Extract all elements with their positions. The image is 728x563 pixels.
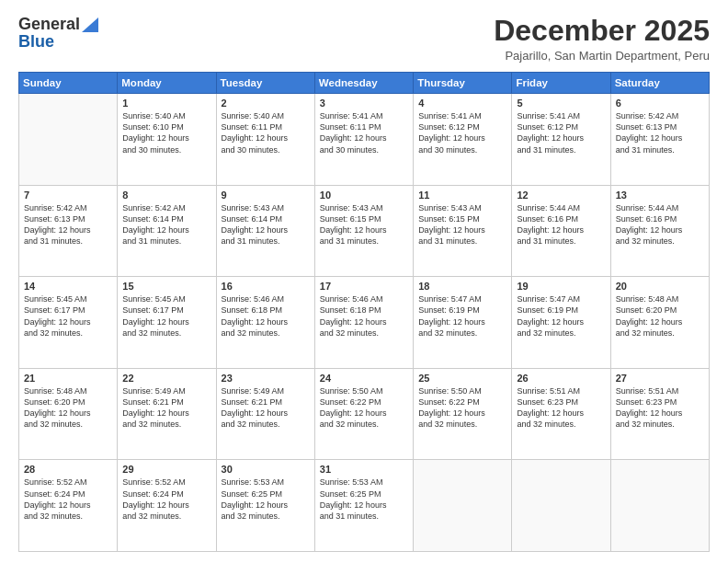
weekday-header-monday: Monday [118, 73, 216, 94]
calendar-cell: 26Sunrise: 5:51 AMSunset: 6:23 PMDayligh… [512, 368, 610, 460]
day-info: Sunrise: 5:43 AMSunset: 6:15 PMDaylight:… [418, 202, 506, 247]
calendar-cell: 4Sunrise: 5:41 AMSunset: 6:12 PMDaylight… [414, 94, 512, 186]
day-info: Sunrise: 5:42 AMSunset: 6:14 PMDaylight:… [122, 202, 210, 247]
logo-blue-text: Blue [18, 32, 98, 52]
calendar-cell [512, 460, 610, 552]
day-info: Sunrise: 5:40 AMSunset: 6:11 PMDaylight:… [222, 110, 310, 155]
calendar-page: General Blue December 2025 Pajarillo, Sa… [0, 0, 728, 563]
calendar-cell: 31Sunrise: 5:53 AMSunset: 6:25 PMDayligh… [314, 460, 413, 552]
calendar-cell: 5Sunrise: 5:41 AMSunset: 6:12 PMDaylight… [512, 94, 610, 186]
calendar-cell: 30Sunrise: 5:53 AMSunset: 6:25 PMDayligh… [216, 460, 314, 552]
calendar-cell: 11Sunrise: 5:43 AMSunset: 6:15 PMDayligh… [414, 185, 512, 277]
calendar-cell: 19Sunrise: 5:47 AMSunset: 6:19 PMDayligh… [512, 277, 610, 369]
weekday-header-wednesday: Wednesday [314, 73, 413, 94]
day-number: 6 [616, 98, 704, 109]
day-info: Sunrise: 5:53 AMSunset: 6:25 PMDaylight:… [222, 477, 310, 522]
day-info: Sunrise: 5:50 AMSunset: 6:22 PMDaylight:… [418, 385, 506, 431]
logo-general-text: General [18, 15, 80, 34]
day-number: 13 [616, 190, 704, 201]
calendar-cell: 27Sunrise: 5:51 AMSunset: 6:23 PMDayligh… [610, 368, 709, 460]
day-info: Sunrise: 5:52 AMSunset: 6:24 PMDaylight:… [24, 477, 112, 522]
day-number: 12 [517, 190, 605, 201]
calendar-cell: 18Sunrise: 5:47 AMSunset: 6:19 PMDayligh… [414, 277, 512, 369]
day-number: 4 [418, 98, 506, 109]
calendar-cell [610, 460, 709, 552]
calendar-cell: 28Sunrise: 5:52 AMSunset: 6:24 PMDayligh… [19, 460, 118, 552]
day-number: 30 [222, 464, 310, 475]
day-number: 2 [222, 98, 310, 109]
day-info: Sunrise: 5:52 AMSunset: 6:24 PMDaylight:… [122, 477, 210, 522]
day-info: Sunrise: 5:41 AMSunset: 6:12 PMDaylight:… [517, 110, 605, 155]
day-info: Sunrise: 5:42 AMSunset: 6:13 PMDaylight:… [24, 202, 112, 247]
day-info: Sunrise: 5:44 AMSunset: 6:16 PMDaylight:… [616, 202, 704, 247]
day-info: Sunrise: 5:43 AMSunset: 6:15 PMDaylight:… [320, 202, 408, 247]
day-number: 24 [320, 373, 408, 384]
day-number: 7 [24, 190, 112, 201]
day-number: 26 [517, 373, 605, 384]
day-info: Sunrise: 5:49 AMSunset: 6:21 PMDaylight:… [222, 385, 310, 431]
calendar-cell: 24Sunrise: 5:50 AMSunset: 6:22 PMDayligh… [314, 368, 413, 460]
calendar-cell: 14Sunrise: 5:45 AMSunset: 6:17 PMDayligh… [19, 277, 118, 369]
day-info: Sunrise: 5:49 AMSunset: 6:21 PMDaylight:… [122, 385, 210, 431]
calendar-cell: 3Sunrise: 5:41 AMSunset: 6:11 PMDaylight… [314, 94, 413, 186]
day-number: 10 [320, 190, 408, 201]
day-info: Sunrise: 5:47 AMSunset: 6:19 PMDaylight:… [418, 293, 506, 339]
day-info: Sunrise: 5:51 AMSunset: 6:23 PMDaylight:… [517, 385, 605, 431]
day-info: Sunrise: 5:41 AMSunset: 6:11 PMDaylight:… [320, 110, 408, 155]
day-number: 28 [24, 464, 112, 475]
calendar-cell: 29Sunrise: 5:52 AMSunset: 6:24 PMDayligh… [118, 460, 216, 552]
day-info: Sunrise: 5:41 AMSunset: 6:12 PMDaylight:… [418, 110, 506, 155]
day-number: 8 [122, 190, 210, 201]
day-number: 19 [517, 281, 605, 292]
week-row-4: 21Sunrise: 5:48 AMSunset: 6:20 PMDayligh… [19, 368, 710, 460]
day-info: Sunrise: 5:50 AMSunset: 6:22 PMDaylight:… [320, 385, 408, 431]
day-number: 22 [122, 373, 210, 384]
week-row-5: 28Sunrise: 5:52 AMSunset: 6:24 PMDayligh… [19, 460, 710, 552]
svg-marker-0 [82, 17, 98, 32]
weekday-header-friday: Friday [512, 73, 610, 94]
day-info: Sunrise: 5:42 AMSunset: 6:13 PMDaylight:… [616, 110, 704, 155]
day-number: 18 [418, 281, 506, 292]
day-number: 20 [616, 281, 704, 292]
week-row-2: 7Sunrise: 5:42 AMSunset: 6:13 PMDaylight… [19, 185, 710, 277]
weekday-header-row: SundayMondayTuesdayWednesdayThursdayFrid… [19, 73, 710, 94]
day-number: 21 [24, 373, 112, 384]
day-number: 11 [418, 190, 506, 201]
day-number: 1 [122, 98, 210, 109]
calendar-cell: 17Sunrise: 5:46 AMSunset: 6:18 PMDayligh… [314, 277, 413, 369]
calendar-table: SundayMondayTuesdayWednesdayThursdayFrid… [18, 72, 710, 552]
calendar-cell [414, 460, 512, 552]
day-info: Sunrise: 5:48 AMSunset: 6:20 PMDaylight:… [616, 293, 704, 339]
day-info: Sunrise: 5:51 AMSunset: 6:23 PMDaylight:… [616, 385, 704, 431]
day-number: 25 [418, 373, 506, 384]
calendar-cell: 7Sunrise: 5:42 AMSunset: 6:13 PMDaylight… [19, 185, 118, 277]
logo-icon [82, 17, 98, 32]
calendar-cell: 10Sunrise: 5:43 AMSunset: 6:15 PMDayligh… [314, 185, 413, 277]
day-info: Sunrise: 5:45 AMSunset: 6:17 PMDaylight:… [24, 293, 112, 339]
header: General Blue December 2025 Pajarillo, Sa… [18, 15, 710, 63]
calendar-cell: 22Sunrise: 5:49 AMSunset: 6:21 PMDayligh… [118, 368, 216, 460]
day-info: Sunrise: 5:40 AMSunset: 6:10 PMDaylight:… [122, 110, 210, 155]
calendar-cell: 16Sunrise: 5:46 AMSunset: 6:18 PMDayligh… [216, 277, 314, 369]
day-info: Sunrise: 5:44 AMSunset: 6:16 PMDaylight:… [517, 202, 605, 247]
day-info: Sunrise: 5:53 AMSunset: 6:25 PMDaylight:… [320, 477, 408, 522]
day-number: 27 [616, 373, 704, 384]
calendar-cell: 21Sunrise: 5:48 AMSunset: 6:20 PMDayligh… [19, 368, 118, 460]
weekday-header-saturday: Saturday [610, 73, 709, 94]
day-info: Sunrise: 5:48 AMSunset: 6:20 PMDaylight:… [24, 385, 112, 431]
weekday-header-thursday: Thursday [414, 73, 512, 94]
day-number: 31 [320, 464, 408, 475]
calendar-cell: 2Sunrise: 5:40 AMSunset: 6:11 PMDaylight… [216, 94, 314, 186]
day-number: 17 [320, 281, 408, 292]
weekday-header-tuesday: Tuesday [216, 73, 314, 94]
day-info: Sunrise: 5:43 AMSunset: 6:14 PMDaylight:… [222, 202, 310, 247]
logo: General Blue [18, 15, 98, 52]
week-row-1: 1Sunrise: 5:40 AMSunset: 6:10 PMDaylight… [19, 94, 710, 186]
week-row-3: 14Sunrise: 5:45 AMSunset: 6:17 PMDayligh… [19, 277, 710, 369]
calendar-cell: 12Sunrise: 5:44 AMSunset: 6:16 PMDayligh… [512, 185, 610, 277]
day-number: 9 [222, 190, 310, 201]
day-info: Sunrise: 5:46 AMSunset: 6:18 PMDaylight:… [222, 293, 310, 339]
month-title: December 2025 [494, 15, 710, 47]
day-number: 3 [320, 98, 408, 109]
calendar-cell: 23Sunrise: 5:49 AMSunset: 6:21 PMDayligh… [216, 368, 314, 460]
